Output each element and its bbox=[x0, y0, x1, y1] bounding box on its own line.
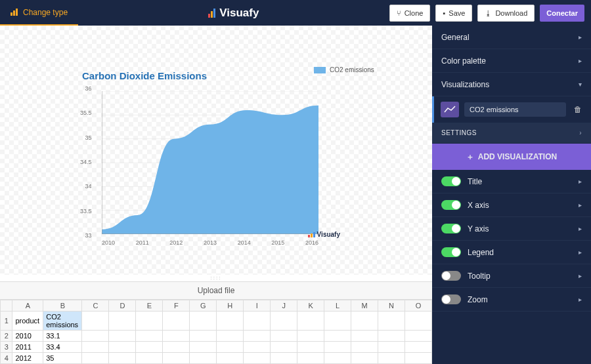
cell[interactable] bbox=[324, 331, 351, 342]
cell[interactable] bbox=[297, 342, 324, 353]
cell[interactable]: 2010 bbox=[12, 331, 43, 342]
panel-general[interactable]: General▸ bbox=[432, 26, 591, 49]
cell[interactable]: 33.1 bbox=[43, 331, 82, 342]
toggle-tooltip[interactable]: Tooltip▸ bbox=[432, 264, 591, 288]
brand: Visuafy bbox=[78, 7, 389, 20]
cell[interactable] bbox=[297, 312, 324, 331]
visualization-name[interactable]: CO2 emissions bbox=[464, 102, 566, 117]
cell[interactable] bbox=[190, 342, 217, 353]
cell[interactable] bbox=[163, 342, 190, 353]
cell[interactable] bbox=[378, 312, 405, 331]
cell[interactable] bbox=[378, 331, 405, 342]
cell[interactable] bbox=[271, 331, 297, 342]
cell[interactable] bbox=[82, 342, 109, 353]
cell[interactable] bbox=[217, 342, 244, 353]
cell[interactable] bbox=[378, 353, 405, 364]
brand-text: Visuafy bbox=[219, 7, 259, 20]
cell[interactable] bbox=[244, 331, 271, 342]
cell[interactable] bbox=[136, 312, 163, 331]
line-chart-icon bbox=[441, 102, 459, 117]
panel-color-palette[interactable]: Color palette▸ bbox=[432, 49, 591, 73]
toggle-switch[interactable] bbox=[441, 247, 461, 257]
cell[interactable]: 2012 bbox=[12, 353, 43, 364]
cell[interactable] bbox=[163, 353, 190, 364]
chart-canvas[interactable]: Carbon Dioxide Emissions CO2 emissions 3… bbox=[0, 26, 432, 275]
toggle-switch[interactable] bbox=[441, 271, 461, 281]
cell[interactable] bbox=[82, 331, 109, 342]
cell[interactable] bbox=[271, 353, 297, 364]
add-visualization-button[interactable]: ＋ADD VISUALIZATION bbox=[432, 144, 591, 170]
cell[interactable] bbox=[405, 312, 431, 331]
cell[interactable]: 2011 bbox=[12, 342, 43, 353]
download-icon: ⭳ bbox=[485, 9, 492, 17]
cell[interactable] bbox=[324, 312, 351, 331]
settings-row[interactable]: SETTINGS› bbox=[432, 123, 591, 144]
plus-icon: ＋ bbox=[466, 152, 474, 163]
cell[interactable] bbox=[82, 312, 109, 331]
cell[interactable] bbox=[297, 331, 324, 342]
cell[interactable] bbox=[244, 353, 271, 364]
cell[interactable] bbox=[351, 312, 378, 331]
toggle-x-axis[interactable]: X axis▸ bbox=[432, 193, 591, 217]
save-button[interactable]: ▪Save bbox=[435, 5, 472, 22]
cell[interactable] bbox=[109, 312, 136, 331]
main-panel: Carbon Dioxide Emissions CO2 emissions 3… bbox=[0, 26, 432, 364]
clone-button[interactable]: ⑂Clone bbox=[389, 5, 431, 22]
cell[interactable]: product bbox=[12, 312, 43, 331]
cell[interactable] bbox=[405, 342, 431, 353]
connect-button[interactable]: Conectar bbox=[540, 5, 584, 22]
chevron-right-icon: ▸ bbox=[579, 57, 582, 64]
download-button[interactable]: ⭳Download bbox=[477, 5, 535, 22]
delete-icon[interactable]: 🗑 bbox=[571, 105, 584, 114]
cell[interactable] bbox=[244, 342, 271, 353]
change-type-button[interactable]: Change type bbox=[0, 0, 78, 26]
cell[interactable] bbox=[190, 353, 217, 364]
bar-chart-icon bbox=[11, 9, 18, 16]
cell[interactable] bbox=[109, 353, 136, 364]
cell[interactable] bbox=[378, 342, 405, 353]
toggle-zoom[interactable]: Zoom▸ bbox=[432, 288, 591, 312]
cell[interactable] bbox=[271, 342, 297, 353]
toggle-switch[interactable] bbox=[441, 294, 461, 304]
cell[interactable] bbox=[405, 331, 431, 342]
panel-visualizations[interactable]: Visualizations▾ bbox=[432, 73, 591, 96]
cell[interactable] bbox=[109, 331, 136, 342]
data-sheet[interactable]: ABCDEFGHIJKLMNO1productCO2 emissions2201… bbox=[0, 300, 432, 364]
upload-file-button[interactable]: Upload file bbox=[0, 281, 432, 300]
cell[interactable] bbox=[324, 342, 351, 353]
cell[interactable] bbox=[244, 312, 271, 331]
cell[interactable] bbox=[163, 331, 190, 342]
cell[interactable] bbox=[405, 353, 431, 364]
cell[interactable] bbox=[351, 331, 378, 342]
cell[interactable] bbox=[136, 342, 163, 353]
cell[interactable]: 35 bbox=[43, 353, 82, 364]
cell[interactable] bbox=[136, 331, 163, 342]
cell[interactable] bbox=[190, 331, 217, 342]
cell[interactable] bbox=[217, 331, 244, 342]
cell[interactable] bbox=[271, 312, 297, 331]
cell[interactable] bbox=[82, 353, 109, 364]
toggle-y-axis[interactable]: Y axis▸ bbox=[432, 217, 591, 241]
cell[interactable] bbox=[351, 353, 378, 364]
toggle-switch[interactable] bbox=[441, 224, 461, 233]
toggle-switch[interactable] bbox=[441, 176, 461, 186]
chevron-right-icon: ▸ bbox=[579, 225, 582, 232]
cell[interactable] bbox=[351, 342, 378, 353]
toggle-legend[interactable]: Legend▸ bbox=[432, 241, 591, 264]
change-type-label: Change type bbox=[23, 8, 68, 17]
cell[interactable] bbox=[217, 353, 244, 364]
cell[interactable] bbox=[109, 342, 136, 353]
chevron-right-icon: ▸ bbox=[579, 249, 582, 256]
cell[interactable] bbox=[190, 312, 217, 331]
toggle-switch[interactable] bbox=[441, 200, 461, 210]
cell[interactable]: CO2 emissions bbox=[43, 312, 82, 331]
cell[interactable] bbox=[217, 312, 244, 331]
cell[interactable] bbox=[136, 353, 163, 364]
cell[interactable] bbox=[297, 353, 324, 364]
visualization-item[interactable]: CO2 emissions 🗑 bbox=[432, 96, 591, 123]
toggle-title[interactable]: Title▸ bbox=[432, 170, 591, 193]
resize-handle[interactable]: :::: bbox=[0, 275, 432, 281]
cell[interactable] bbox=[163, 312, 190, 331]
cell[interactable]: 33.4 bbox=[43, 342, 82, 353]
cell[interactable] bbox=[324, 353, 351, 364]
